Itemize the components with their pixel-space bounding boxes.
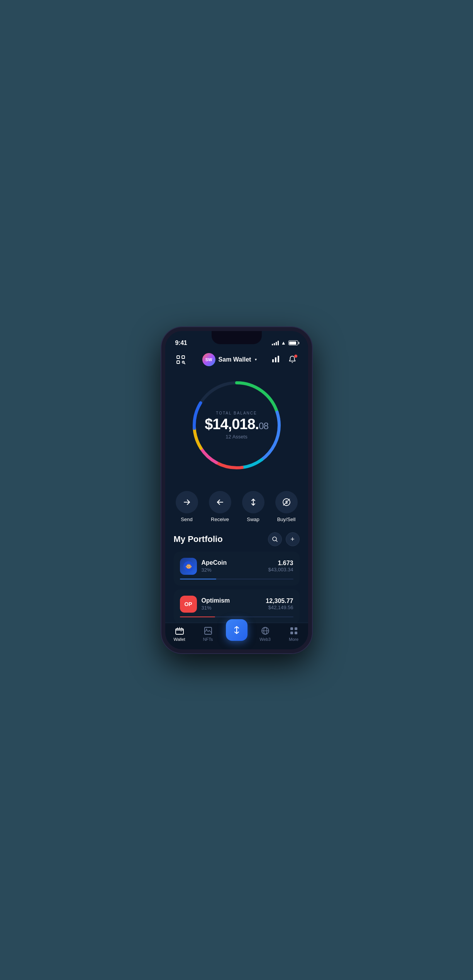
chart-button[interactable] [271, 355, 280, 365]
balance-assets: 12 Assets [205, 434, 268, 440]
web3-nav-label: Web3 [259, 637, 271, 642]
header: SW Sam Wallet ▾ [165, 350, 308, 371]
swap-label: Swap [247, 516, 259, 522]
svg-rect-34 [290, 632, 293, 634]
nav-web3[interactable]: Web3 [254, 626, 277, 642]
balance-cents: 08 [259, 421, 268, 431]
phone-inner: 9:41 ▲ [165, 331, 308, 649]
svg-rect-33 [295, 627, 297, 630]
apecoin-bar [180, 579, 293, 579]
fab-icon [232, 625, 242, 635]
asset-card-apecoin[interactable]: 🐵 ApeCoin 32% 1.673 $43,003.34 [174, 552, 300, 586]
svg-rect-0 [177, 356, 180, 358]
svg-rect-35 [295, 632, 297, 634]
phone-frame: 9:41 ▲ [161, 327, 312, 653]
wallet-nav-icon [175, 626, 184, 635]
apecoin-logo: 🐵 [180, 558, 197, 575]
svg-line-4 [184, 363, 185, 364]
add-asset-button[interactable]: + [286, 532, 300, 546]
scanner-button[interactable] [174, 353, 188, 367]
receive-button[interactable]: Receive [209, 491, 231, 522]
optimism-amount: 12,305.77 [266, 598, 293, 605]
buysell-icon: $ [282, 498, 291, 507]
notch [212, 331, 262, 344]
balance-section: TOTAL BALANCE $14,018.08 12 Assets [165, 371, 308, 483]
portfolio-header: My Portfolio + [174, 532, 300, 546]
action-buttons: Send Receive [165, 483, 308, 528]
apecoin-amount: 1.673 [268, 560, 293, 567]
nav-wallet[interactable]: Wallet [168, 626, 191, 642]
apecoin-pct: 32% [202, 567, 227, 573]
optimism-bar [180, 617, 293, 617]
avatar: SW [202, 353, 215, 366]
svg-rect-25 [176, 629, 183, 634]
optimism-usd: $42,149.56 [266, 605, 293, 610]
nfts-nav-label: NFTs [203, 637, 213, 642]
optimism-logo: OP [180, 596, 197, 613]
swap-button[interactable]: Swap [242, 491, 264, 522]
balance-amount: $14,018.08 [205, 417, 268, 431]
apecoin-name: ApeCoin [202, 559, 227, 566]
more-nav-label: More [289, 637, 298, 642]
chart-icon [271, 355, 280, 363]
header-right [271, 353, 299, 367]
send-button[interactable]: Send [176, 491, 198, 522]
plus-icon: + [290, 536, 295, 543]
optimism-pct: 31% [202, 605, 230, 611]
swap-icon [249, 498, 258, 506]
send-label: Send [181, 516, 192, 522]
search-button[interactable] [268, 532, 282, 546]
optimism-name: Optimism [202, 597, 230, 604]
chevron-down-icon: ▾ [255, 357, 257, 362]
apecoin-usd: $43,003.34 [268, 567, 293, 572]
status-time: 9:41 [175, 340, 187, 346]
svg-line-22 [276, 540, 277, 542]
status-icons: ▲ [272, 340, 298, 346]
search-icon [272, 536, 278, 542]
svg-rect-6 [275, 357, 276, 362]
bottom-nav: Wallet NFTs [165, 623, 308, 649]
svg-point-27 [206, 628, 207, 630]
battery-icon [288, 340, 298, 345]
scanner-icon [176, 355, 185, 364]
portfolio-title: My Portfolio [174, 534, 223, 544]
svg-rect-1 [182, 356, 185, 358]
nav-nfts[interactable]: NFTs [197, 626, 220, 642]
wifi-icon: ▲ [281, 340, 286, 346]
balance-label: TOTAL BALANCE [205, 411, 268, 415]
receive-icon [216, 498, 224, 506]
portfolio-section: My Portfolio + [165, 528, 308, 623]
nfts-nav-icon [203, 626, 213, 635]
receive-label: Receive [211, 516, 229, 522]
svg-rect-7 [278, 356, 279, 362]
svg-text:🐵: 🐵 [185, 563, 192, 570]
buysell-button[interactable]: $ Buy/Sell [275, 491, 298, 522]
more-nav-icon [289, 626, 298, 635]
notification-button[interactable] [285, 353, 299, 367]
balance-donut-chart: TOTAL BALANCE $14,018.08 12 Assets [186, 375, 287, 476]
svg-rect-2 [177, 361, 180, 363]
notification-badge [294, 354, 298, 358]
portfolio-actions: + [268, 532, 300, 546]
send-icon [183, 498, 191, 506]
buysell-label: Buy/Sell [277, 516, 296, 522]
balance-display: TOTAL BALANCE $14,018.08 12 Assets [205, 411, 268, 440]
wallet-name: Sam Wallet [219, 356, 251, 363]
signal-bars-icon [272, 341, 279, 345]
svg-rect-32 [290, 627, 293, 630]
nav-more[interactable]: More [282, 626, 305, 642]
wallet-selector[interactable]: SW Sam Wallet ▾ [202, 353, 257, 366]
svg-point-3 [182, 361, 184, 363]
wallet-nav-label: Wallet [173, 637, 185, 642]
web3-nav-icon [261, 626, 270, 635]
nav-fab[interactable] [225, 627, 248, 641]
svg-rect-5 [272, 359, 274, 362]
asset-card-optimism[interactable]: OP Optimism 31% 12,305.77 $42,149.56 [174, 589, 300, 623]
